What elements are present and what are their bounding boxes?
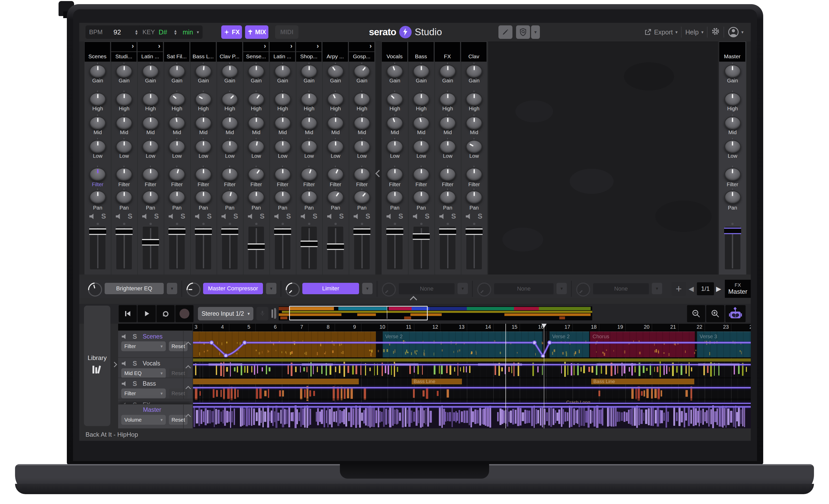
timeline-ruler[interactable]: 3456789101112131415161718192021222324 bbox=[193, 324, 751, 330]
mute-speaker-icon[interactable] bbox=[387, 214, 392, 219]
overview-scroll-handle[interactable] bbox=[274, 308, 276, 319]
solo-button[interactable]: S bbox=[478, 212, 482, 220]
track-mute-icon[interactable] bbox=[122, 381, 127, 387]
mute-speaker-icon[interactable] bbox=[301, 214, 307, 219]
filter-knob[interactable] bbox=[327, 168, 344, 181]
timeline-arrangement[interactable]: 3456789101112131415161718192021222324Ver… bbox=[193, 324, 751, 428]
filter-knob[interactable] bbox=[724, 168, 741, 181]
pan-knob[interactable] bbox=[116, 190, 132, 204]
low-knob[interactable] bbox=[354, 140, 370, 153]
mute-speaker-icon[interactable] bbox=[221, 214, 227, 219]
mid-knob[interactable] bbox=[169, 116, 185, 130]
skip-to-start-button[interactable] bbox=[119, 305, 137, 322]
solo-button[interactable]: S bbox=[339, 212, 344, 220]
filter-knob[interactable] bbox=[116, 168, 132, 181]
gain-knob[interactable] bbox=[387, 65, 403, 78]
track-solo-button[interactable]: S bbox=[133, 360, 137, 367]
pan-knob[interactable] bbox=[274, 190, 291, 204]
track-mute-icon[interactable] bbox=[122, 361, 127, 366]
mic-monitor-button[interactable] bbox=[256, 307, 268, 320]
mid-knob[interactable] bbox=[354, 116, 370, 130]
low-knob[interactable] bbox=[327, 140, 344, 153]
high-knob[interactable] bbox=[116, 93, 132, 106]
gain-knob[interactable] bbox=[413, 65, 430, 78]
key-stepper[interactable]: ▲▼ bbox=[174, 29, 177, 35]
mute-speaker-icon[interactable] bbox=[466, 214, 471, 219]
track-collapse-button[interactable] bbox=[183, 378, 192, 399]
mute-speaker-icon[interactable] bbox=[89, 214, 95, 219]
low-knob[interactable] bbox=[221, 140, 238, 153]
bass-clip-header[interactable]: Bass Line bbox=[591, 379, 694, 384]
ai-assistant-button[interactable] bbox=[725, 305, 746, 322]
mid-knob[interactable] bbox=[327, 116, 344, 130]
pan-knob[interactable] bbox=[301, 190, 317, 204]
solo-button[interactable]: S bbox=[365, 212, 370, 220]
high-knob[interactable] bbox=[354, 93, 370, 106]
solo-button[interactable]: S bbox=[154, 212, 159, 220]
fx-amount-knob[interactable] bbox=[382, 283, 396, 296]
channel-header[interactable]: Arpy ... bbox=[323, 42, 348, 62]
fx-slot-caret[interactable]: ▾ bbox=[556, 283, 567, 294]
fx-page-prev-button[interactable]: ◀ bbox=[689, 285, 694, 293]
volume-fader-track[interactable] bbox=[413, 227, 429, 269]
fx-slot-caret[interactable]: ▾ bbox=[362, 283, 372, 294]
channel-header[interactable]: Scenes bbox=[85, 42, 110, 62]
volume-fader-cap[interactable] bbox=[142, 239, 159, 246]
library-panel[interactable]: Library bbox=[84, 305, 110, 426]
library-expand-button[interactable] bbox=[112, 363, 116, 366]
filter-knob[interactable] bbox=[221, 168, 238, 181]
track-header-scenes[interactable]: SScenesFilter▾Reset bbox=[118, 330, 192, 357]
pan-knob[interactable] bbox=[142, 190, 159, 204]
playhead[interactable] bbox=[544, 324, 544, 428]
volume-fader-cap[interactable] bbox=[195, 228, 212, 235]
track-param-select[interactable]: Filter▾ bbox=[121, 341, 166, 351]
pan-knob[interactable] bbox=[195, 190, 212, 204]
play-button[interactable] bbox=[138, 305, 156, 322]
mid-knob[interactable] bbox=[439, 116, 456, 130]
filter-knob[interactable] bbox=[248, 168, 264, 181]
channel-header[interactable]: Clav bbox=[461, 42, 486, 62]
gain-knob[interactable] bbox=[116, 65, 132, 78]
volume-fader-cap[interactable] bbox=[115, 228, 133, 235]
filter-knob[interactable] bbox=[387, 168, 403, 181]
track-collapse-button[interactable] bbox=[183, 331, 192, 357]
solo-button[interactable]: S bbox=[128, 212, 132, 220]
mid-knob[interactable] bbox=[387, 116, 403, 130]
solo-button[interactable]: S bbox=[207, 212, 212, 220]
gain-knob[interactable] bbox=[274, 65, 291, 78]
bass-automation-line[interactable] bbox=[193, 387, 751, 389]
mid-knob[interactable] bbox=[724, 116, 741, 130]
volume-fader-cap[interactable] bbox=[439, 228, 456, 235]
fx-slot-button[interactable]: None bbox=[398, 283, 455, 295]
solo-button[interactable]: S bbox=[313, 212, 317, 220]
high-knob[interactable] bbox=[221, 93, 238, 106]
fx-amount-knob[interactable] bbox=[576, 283, 590, 296]
channel-header[interactable]: Bass L... bbox=[190, 42, 216, 62]
volume-fader-cap[interactable] bbox=[353, 228, 370, 235]
pan-knob[interactable] bbox=[466, 190, 482, 204]
track-param-select[interactable]: Filter▾ bbox=[121, 389, 166, 398]
track-collapse-button[interactable] bbox=[183, 404, 192, 428]
zoom-in-button[interactable] bbox=[706, 305, 724, 322]
mute-speaker-icon[interactable] bbox=[354, 214, 359, 219]
master-automation-line[interactable] bbox=[193, 406, 751, 408]
track-lane-vocals[interactable] bbox=[193, 357, 751, 378]
fx-amount-knob[interactable] bbox=[286, 283, 300, 296]
high-knob[interactable] bbox=[142, 93, 159, 106]
gain-knob[interactable] bbox=[89, 65, 106, 78]
mute-speaker-icon[interactable] bbox=[327, 214, 333, 219]
help-menu[interactable]: Help▾ bbox=[685, 29, 704, 36]
record-button[interactable] bbox=[175, 305, 193, 322]
volume-fader-cap[interactable] bbox=[413, 233, 430, 240]
volume-fader-cap[interactable] bbox=[274, 228, 291, 235]
channel-header[interactable]: ›Gosp... bbox=[349, 42, 374, 62]
fx-slot-caret[interactable]: ▾ bbox=[458, 283, 468, 294]
track-solo-button[interactable]: S bbox=[133, 380, 137, 388]
volume-fader-cap[interactable] bbox=[386, 228, 403, 235]
channel-header[interactable]: FX bbox=[435, 42, 460, 62]
fx-master-tab[interactable]: FXMaster bbox=[725, 280, 751, 298]
export-menu[interactable]: Export▾ bbox=[644, 29, 678, 36]
pan-knob[interactable] bbox=[169, 190, 185, 204]
track-solo-button[interactable]: S bbox=[133, 333, 137, 340]
fx-slot-button[interactable]: Limiter bbox=[302, 283, 359, 294]
